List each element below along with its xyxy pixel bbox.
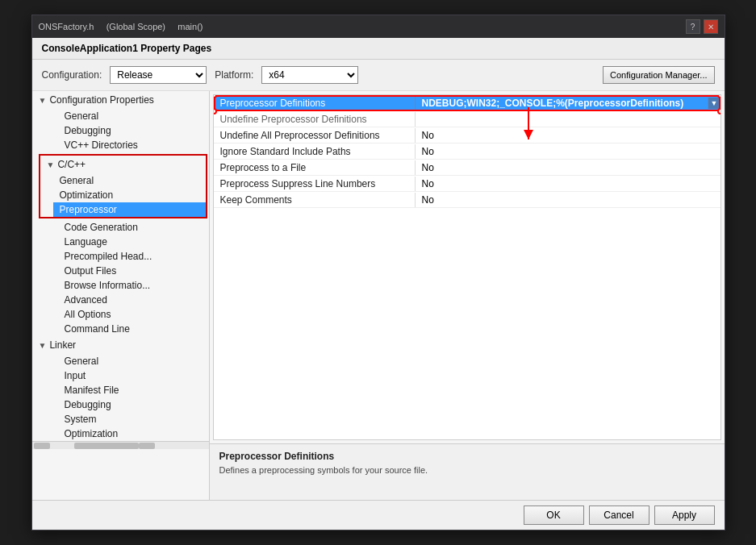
ok-button[interactable]: OK (524, 505, 584, 525)
tree-item-linker-general[interactable]: General (32, 354, 209, 368)
prop-row-keep-comments[interactable]: Keep Comments No (214, 192, 720, 208)
prop-row-undefine-defs[interactable]: Undefine Preprocessor Definitions (214, 111, 720, 127)
window-title: ONSFactory.h (Global Scope) main() (39, 22, 686, 31)
tree-item-output-files[interactable]: Output Files (32, 264, 209, 278)
prop-value-undefine (416, 118, 720, 121)
tree-item-linker-debugging[interactable]: Debugging (32, 397, 209, 412)
description-panel: Preprocessor Definitions Defines a prepr… (210, 443, 725, 500)
desc-text: Defines a preprocessing symbols for your… (219, 465, 715, 475)
tree-item-general-root[interactable]: General (32, 109, 209, 123)
tree-item-precompiled[interactable]: Precompiled Head... (32, 249, 209, 264)
prop-name-preprocess-file: Preprocess to a File (214, 160, 416, 175)
prop-value-undefine-all: No (416, 128, 720, 143)
prop-name-undefine-all: Undefine All Preprocessor Definitions (214, 128, 416, 143)
tree-item-command-line[interactable]: Command Line (32, 322, 209, 336)
tree-item-advanced[interactable]: Advanced (32, 293, 209, 307)
desc-title: Preprocessor Definitions (219, 451, 715, 462)
horizontal-scrollbar[interactable] (32, 441, 209, 449)
tree-item-linker-input[interactable]: Input (32, 368, 209, 383)
prop-row-suppress-line[interactable]: Preprocess Suppress Line Numbers No (214, 176, 720, 192)
config-label: Configuration: (42, 69, 102, 81)
tree-item-linker-optimization[interactable]: Optimization (32, 426, 209, 441)
tree-item-optimization[interactable]: Optimization (40, 188, 206, 202)
tree-item-debugging-root[interactable]: Debugging (32, 123, 209, 138)
tree-item-linker-manifest[interactable]: Manifest File (32, 383, 209, 397)
platform-select[interactable]: x64 x86 (261, 66, 358, 84)
tree-item-linker-system[interactable]: System (32, 412, 209, 426)
value-dropdown-arrow[interactable]: ▼ (708, 98, 720, 109)
prop-row-preprocessor-defs[interactable]: Preprocessor Definitions NDEBUG;WIN32;_C… (214, 95, 720, 111)
tree-item-linker[interactable]: ▼ Linker (32, 336, 209, 354)
tree-item-code-generation[interactable]: Code Generation (32, 220, 209, 235)
tree-item-language[interactable]: Language (32, 235, 209, 249)
tree-item-all-options[interactable]: All Options (32, 307, 209, 322)
tree-item-cpp[interactable]: ▼ C/C++ (40, 156, 206, 173)
help-button[interactable]: ? (686, 19, 700, 34)
dialog-buttons: OK Cancel Apply (32, 500, 725, 530)
prop-value-keep-comments: No (416, 193, 720, 207)
platform-label: Platform: (215, 69, 253, 81)
prop-value-ignore-include: No (416, 144, 720, 159)
cpp-section-box: ▼ C/C++ General Optimization (39, 154, 207, 218)
prop-value-suppress-line: No (416, 177, 720, 191)
tree-item-browse-info[interactable]: Browse Informatio... (32, 278, 209, 293)
apply-button[interactable]: Apply (654, 505, 715, 525)
prop-value-preprocessor-defs: NDEBUG;WIN32;_CONSOLE;%(PreprocessorDefi… (416, 96, 708, 110)
window-controls[interactable]: ? ✕ (686, 19, 718, 34)
config-bar: Configuration: Release Debug Platform: x… (32, 60, 725, 91)
sidebar: ▼ Configuration Properties General Debug… (32, 91, 210, 500)
prop-row-undefine-all[interactable]: Undefine All Preprocessor Definitions No (214, 127, 720, 144)
tree-item-preprocessor[interactable]: Preprocessor (40, 202, 206, 217)
configuration-select[interactable]: Release Debug (110, 66, 207, 84)
tree-item-vc-directories[interactable]: VC++ Directories (32, 138, 209, 152)
prop-value-preprocess-file: No (416, 160, 720, 175)
dialog-title: ConsoleApplication1 Property Pages (32, 38, 725, 60)
main-panel: Preprocessor Definitions NDEBUG;WIN32;_C… (210, 91, 725, 500)
tree-root-config-properties[interactable]: ▼ Configuration Properties (32, 91, 209, 109)
prop-name-keep-comments: Keep Comments (214, 193, 416, 207)
close-button[interactable]: ✕ (704, 19, 718, 34)
tree-item-cpp-general[interactable]: General (40, 173, 206, 188)
content-area: ▼ Configuration Properties General Debug… (32, 91, 725, 500)
prop-name-suppress-line: Preprocess Suppress Line Numbers (214, 177, 416, 191)
window-title-bar: ONSFactory.h (Global Scope) main() ? ✕ (32, 15, 725, 38)
prop-name-ignore-include: Ignore Standard Include Paths (214, 144, 416, 159)
cancel-button[interactable]: Cancel (589, 505, 649, 525)
prop-row-ignore-include[interactable]: Ignore Standard Include Paths No (214, 144, 720, 160)
prop-row-preprocess-file[interactable]: Preprocess to a File No (214, 160, 720, 176)
prop-name-preprocessor-defs: Preprocessor Definitions (214, 96, 416, 110)
prop-name-undefine: Undefine Preprocessor Definitions (214, 112, 416, 127)
config-manager-button[interactable]: Configuration Manager... (603, 66, 714, 84)
